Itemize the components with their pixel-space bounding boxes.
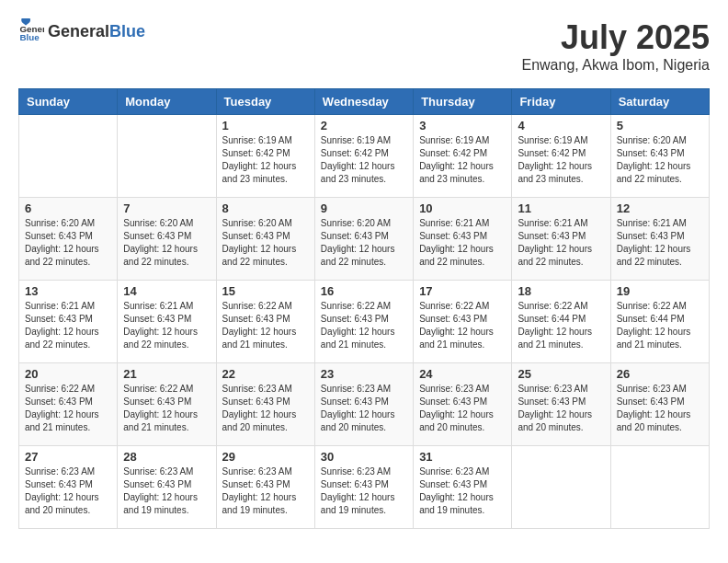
day-detail: Sunrise: 6:23 AM Sunset: 6:43 PM Dayligh… bbox=[518, 383, 604, 434]
day-number: 21 bbox=[123, 367, 210, 381]
day-number: 19 bbox=[617, 284, 703, 298]
day-detail: Sunrise: 6:21 AM Sunset: 6:43 PM Dayligh… bbox=[518, 217, 604, 269]
day-detail: Sunrise: 6:22 AM Sunset: 6:43 PM Dayligh… bbox=[123, 383, 210, 434]
logo-general: General bbox=[48, 22, 109, 40]
day-number: 23 bbox=[321, 367, 407, 381]
day-detail: Sunrise: 6:20 AM Sunset: 6:43 PM Dayligh… bbox=[321, 217, 407, 269]
weekday-header-tuesday: Tuesday bbox=[216, 89, 314, 115]
weekday-header-saturday: Saturday bbox=[610, 89, 709, 115]
day-number: 16 bbox=[321, 284, 407, 298]
day-number: 25 bbox=[518, 367, 604, 381]
week-row-3: 13Sunrise: 6:21 AM Sunset: 6:43 PM Dayli… bbox=[19, 281, 710, 363]
calendar-cell: 12Sunrise: 6:21 AM Sunset: 6:43 PM Dayli… bbox=[610, 198, 709, 281]
calendar-cell: 7Sunrise: 6:20 AM Sunset: 6:43 PM Daylig… bbox=[118, 198, 216, 281]
day-number: 6 bbox=[25, 201, 111, 215]
day-detail: Sunrise: 6:20 AM Sunset: 6:43 PM Dayligh… bbox=[123, 217, 210, 269]
calendar-cell: 30Sunrise: 6:23 AM Sunset: 6:43 PM Dayli… bbox=[314, 446, 413, 529]
week-row-2: 6Sunrise: 6:20 AM Sunset: 6:43 PM Daylig… bbox=[19, 198, 710, 281]
day-number: 24 bbox=[419, 367, 506, 381]
calendar-cell bbox=[610, 446, 709, 529]
day-number: 13 bbox=[25, 284, 111, 298]
calendar-cell: 31Sunrise: 6:23 AM Sunset: 6:43 PM Dayli… bbox=[414, 446, 512, 529]
day-detail: Sunrise: 6:23 AM Sunset: 6:43 PM Dayligh… bbox=[321, 465, 407, 517]
calendar-cell: 16Sunrise: 6:22 AM Sunset: 6:43 PM Dayli… bbox=[314, 281, 413, 363]
calendar-cell: 20Sunrise: 6:22 AM Sunset: 6:43 PM Dayli… bbox=[19, 363, 118, 446]
day-detail: Sunrise: 6:23 AM Sunset: 6:43 PM Dayligh… bbox=[419, 383, 506, 434]
calendar-cell bbox=[118, 115, 216, 198]
day-detail: Sunrise: 6:19 AM Sunset: 6:42 PM Dayligh… bbox=[222, 134, 309, 186]
day-number: 12 bbox=[617, 201, 703, 215]
day-detail: Sunrise: 6:21 AM Sunset: 6:43 PM Dayligh… bbox=[123, 300, 210, 351]
month-title: July 2025 bbox=[521, 18, 710, 57]
calendar-cell: 17Sunrise: 6:22 AM Sunset: 6:43 PM Dayli… bbox=[414, 281, 512, 363]
day-number: 9 bbox=[321, 201, 407, 215]
day-number: 8 bbox=[222, 201, 309, 215]
weekday-header-thursday: Thursday bbox=[414, 89, 512, 115]
day-detail: Sunrise: 6:21 AM Sunset: 6:43 PM Dayligh… bbox=[419, 217, 506, 269]
calendar-cell: 19Sunrise: 6:22 AM Sunset: 6:44 PM Dayli… bbox=[610, 281, 709, 363]
week-row-1: 1Sunrise: 6:19 AM Sunset: 6:42 PM Daylig… bbox=[19, 115, 710, 198]
weekday-header-friday: Friday bbox=[512, 89, 610, 115]
logo-text: GeneralBlue bbox=[48, 22, 145, 41]
day-detail: Sunrise: 6:22 AM Sunset: 6:44 PM Dayligh… bbox=[518, 300, 604, 351]
calendar-cell: 26Sunrise: 6:23 AM Sunset: 6:43 PM Dayli… bbox=[610, 363, 709, 446]
page-header: General Blue GeneralBlue July 2025 Enwan… bbox=[18, 18, 710, 74]
weekday-header-wednesday: Wednesday bbox=[314, 89, 413, 115]
day-number: 29 bbox=[222, 450, 309, 464]
calendar-cell: 24Sunrise: 6:23 AM Sunset: 6:43 PM Dayli… bbox=[414, 363, 512, 446]
day-number: 14 bbox=[123, 284, 210, 298]
weekday-header-row: SundayMondayTuesdayWednesdayThursdayFrid… bbox=[19, 89, 710, 115]
calendar-cell: 15Sunrise: 6:22 AM Sunset: 6:43 PM Dayli… bbox=[216, 281, 314, 363]
week-row-5: 27Sunrise: 6:23 AM Sunset: 6:43 PM Dayli… bbox=[19, 446, 710, 529]
calendar-cell: 18Sunrise: 6:22 AM Sunset: 6:44 PM Dayli… bbox=[512, 281, 610, 363]
calendar-cell: 10Sunrise: 6:21 AM Sunset: 6:43 PM Dayli… bbox=[414, 198, 512, 281]
day-detail: Sunrise: 6:22 AM Sunset: 6:43 PM Dayligh… bbox=[321, 300, 407, 351]
calendar-cell bbox=[19, 115, 118, 198]
calendar-cell: 28Sunrise: 6:23 AM Sunset: 6:43 PM Dayli… bbox=[118, 446, 216, 529]
day-number: 1 bbox=[222, 119, 309, 132]
location-title: Enwang, Akwa Ibom, Nigeria bbox=[521, 57, 710, 74]
day-number: 31 bbox=[419, 450, 506, 464]
day-detail: Sunrise: 6:21 AM Sunset: 6:43 PM Dayligh… bbox=[617, 217, 703, 269]
day-number: 3 bbox=[419, 119, 506, 132]
calendar-cell: 21Sunrise: 6:22 AM Sunset: 6:43 PM Dayli… bbox=[118, 363, 216, 446]
logo: General Blue GeneralBlue bbox=[18, 18, 145, 44]
day-number: 20 bbox=[25, 367, 111, 381]
day-number: 2 bbox=[321, 119, 407, 132]
calendar-cell: 1Sunrise: 6:19 AM Sunset: 6:42 PM Daylig… bbox=[216, 115, 314, 198]
calendar-cell: 11Sunrise: 6:21 AM Sunset: 6:43 PM Dayli… bbox=[512, 198, 610, 281]
calendar-cell: 3Sunrise: 6:19 AM Sunset: 6:42 PM Daylig… bbox=[414, 115, 512, 198]
day-number: 4 bbox=[518, 119, 604, 132]
day-number: 17 bbox=[419, 284, 506, 298]
day-number: 7 bbox=[123, 201, 210, 215]
day-detail: Sunrise: 6:19 AM Sunset: 6:42 PM Dayligh… bbox=[518, 134, 604, 186]
calendar-cell: 25Sunrise: 6:23 AM Sunset: 6:43 PM Dayli… bbox=[512, 363, 610, 446]
day-number: 10 bbox=[419, 201, 506, 215]
svg-text:Blue: Blue bbox=[19, 32, 40, 42]
day-detail: Sunrise: 6:20 AM Sunset: 6:43 PM Dayligh… bbox=[617, 134, 703, 186]
day-number: 27 bbox=[25, 450, 111, 464]
calendar-cell: 23Sunrise: 6:23 AM Sunset: 6:43 PM Dayli… bbox=[314, 363, 413, 446]
day-detail: Sunrise: 6:23 AM Sunset: 6:43 PM Dayligh… bbox=[222, 465, 309, 517]
day-detail: Sunrise: 6:23 AM Sunset: 6:43 PM Dayligh… bbox=[222, 383, 309, 434]
calendar-cell: 2Sunrise: 6:19 AM Sunset: 6:42 PM Daylig… bbox=[314, 115, 413, 198]
day-number: 5 bbox=[617, 119, 703, 132]
calendar-cell: 13Sunrise: 6:21 AM Sunset: 6:43 PM Dayli… bbox=[19, 281, 118, 363]
day-detail: Sunrise: 6:23 AM Sunset: 6:43 PM Dayligh… bbox=[123, 465, 210, 517]
day-detail: Sunrise: 6:23 AM Sunset: 6:43 PM Dayligh… bbox=[25, 465, 111, 517]
day-detail: Sunrise: 6:22 AM Sunset: 6:43 PM Dayligh… bbox=[419, 300, 506, 351]
calendar-cell: 5Sunrise: 6:20 AM Sunset: 6:43 PM Daylig… bbox=[610, 115, 709, 198]
day-detail: Sunrise: 6:22 AM Sunset: 6:43 PM Dayligh… bbox=[222, 300, 309, 351]
weekday-header-monday: Monday bbox=[118, 89, 216, 115]
day-number: 30 bbox=[321, 450, 407, 464]
day-detail: Sunrise: 6:20 AM Sunset: 6:43 PM Dayligh… bbox=[25, 217, 111, 269]
calendar-cell: 8Sunrise: 6:20 AM Sunset: 6:43 PM Daylig… bbox=[216, 198, 314, 281]
calendar-cell: 14Sunrise: 6:21 AM Sunset: 6:43 PM Dayli… bbox=[118, 281, 216, 363]
logo-blue: Blue bbox=[109, 22, 145, 40]
calendar-cell: 6Sunrise: 6:20 AM Sunset: 6:43 PM Daylig… bbox=[19, 198, 118, 281]
week-row-4: 20Sunrise: 6:22 AM Sunset: 6:43 PM Dayli… bbox=[19, 363, 710, 446]
calendar-cell: 29Sunrise: 6:23 AM Sunset: 6:43 PM Dayli… bbox=[216, 446, 314, 529]
day-number: 18 bbox=[518, 284, 604, 298]
day-number: 15 bbox=[222, 284, 309, 298]
calendar-cell: 22Sunrise: 6:23 AM Sunset: 6:43 PM Dayli… bbox=[216, 363, 314, 446]
